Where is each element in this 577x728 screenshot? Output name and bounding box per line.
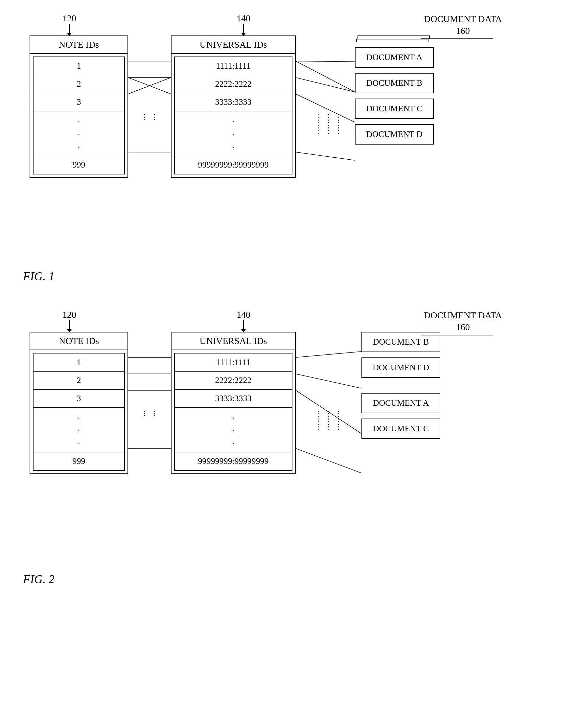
- univ-ids-table-fig1: UNIVERSAL IDs 1111:1111 2222:2222 3333:3…: [171, 35, 296, 178]
- univ-ids-header-fig2: UNIVERSAL IDs: [172, 333, 295, 350]
- univ-row-3-fig2: 3333:3333: [175, 390, 292, 408]
- ref-140-fig1: 140: [236, 13, 250, 36]
- univ-row-2-fig1: 2222:2222: [175, 75, 292, 93]
- note-row-1-fig2: 1: [33, 354, 124, 371]
- note-ids-table-fig2: NOTE IDs 1 2 3 ··· 999: [30, 332, 128, 474]
- doc-boxes-fig1: DOCUMENT A DOCUMENT B DOCUMENT C DOCUMEN…: [355, 35, 434, 145]
- univ-row-last-fig1: 99999999:99999999: [175, 156, 292, 174]
- doc-d-fig1: DOCUMENT D: [355, 124, 434, 145]
- note-row-3-fig2: 3: [33, 390, 124, 408]
- svg-line-7: [296, 61, 355, 62]
- note-row-3-fig1: 3: [33, 93, 124, 111]
- univ-dots-fig1: ···: [175, 111, 292, 156]
- note-row-999-fig2: 999: [33, 452, 124, 470]
- note-dots-fig1: ···: [33, 111, 124, 156]
- ref-120-fig2: 120: [62, 309, 76, 333]
- svg-line-8: [296, 61, 355, 92]
- univ-dots-fig2: ···: [175, 408, 292, 452]
- svg-line-22: [296, 374, 361, 388]
- note-dots-fig2: ···: [33, 408, 124, 452]
- connections-note-univ-fig2: [128, 332, 171, 516]
- doc-boxes-fig2: DOCUMENT B DOCUMENT D DOCUMENT A DOCUMEN…: [361, 332, 440, 439]
- univ-row-last-fig2: 99999999:99999999: [175, 452, 292, 470]
- univ-row-2-fig2: 2222:2222: [175, 371, 292, 390]
- doc-data-header-fig2: DOCUMENT DATA 160: [424, 309, 502, 335]
- connections-univ-doc-fig2: [296, 332, 361, 562]
- note-ids-header-fig1: NOTE IDs: [30, 36, 127, 54]
- doc-b-fig1: DOCUMENT B: [355, 73, 434, 93]
- note-ids-table-fig1: NOTE IDs 1 2 3 ··· 999: [30, 35, 128, 178]
- connections-univ-doc-fig1: [296, 35, 355, 249]
- doc-d-fig2: DOCUMENT D: [361, 358, 440, 378]
- univ-row-1-fig2: 1111:1111: [175, 354, 292, 371]
- note-row-1-fig1: 1: [33, 57, 124, 75]
- svg-line-10: [296, 94, 355, 122]
- svg-line-21: [296, 352, 361, 358]
- note-row-999-fig1: 999: [33, 156, 124, 174]
- svg-line-11: [296, 152, 355, 160]
- doc-c-fig1: DOCUMENT C: [355, 99, 434, 119]
- doc-c-fig2: DOCUMENT C: [361, 419, 440, 439]
- figure-1: 120 140 DOCUMENT DATA 160: [20, 13, 557, 283]
- doc-data-header-fig1: DOCUMENT DATA 160: [424, 13, 502, 39]
- doc-a-fig1: DOCUMENT A: [355, 47, 434, 68]
- note-row-2-fig2: 2: [33, 371, 124, 390]
- fig1-caption: FIG. 1: [23, 269, 557, 283]
- ref-120-fig1: 120: [62, 13, 76, 36]
- ref-140-fig2: 140: [236, 309, 250, 333]
- note-row-2-fig1: 2: [33, 75, 124, 93]
- connections-note-univ-fig1: [128, 35, 171, 219]
- univ-ids-header-fig1: UNIVERSAL IDs: [172, 36, 295, 54]
- note-ids-header-fig2: NOTE IDs: [30, 333, 127, 350]
- doc-b-fig2: DOCUMENT B: [361, 332, 440, 352]
- fig2-caption: FIG. 2: [23, 572, 557, 586]
- doc-a-fig2: DOCUMENT A: [361, 393, 440, 413]
- univ-ids-table-fig2: UNIVERSAL IDs 1111:1111 2222:2222 3333:3…: [171, 332, 296, 474]
- svg-line-24: [296, 448, 361, 473]
- figure-2: 120 140 DOCUMENT DATA 160 NOTE IDs: [20, 309, 557, 586]
- page: 120 140 DOCUMENT DATA 160: [20, 13, 557, 586]
- univ-row-1-fig1: 1111:1111: [175, 57, 292, 75]
- univ-row-3-fig1: 3333:3333: [175, 93, 292, 111]
- svg-line-9: [296, 78, 355, 92]
